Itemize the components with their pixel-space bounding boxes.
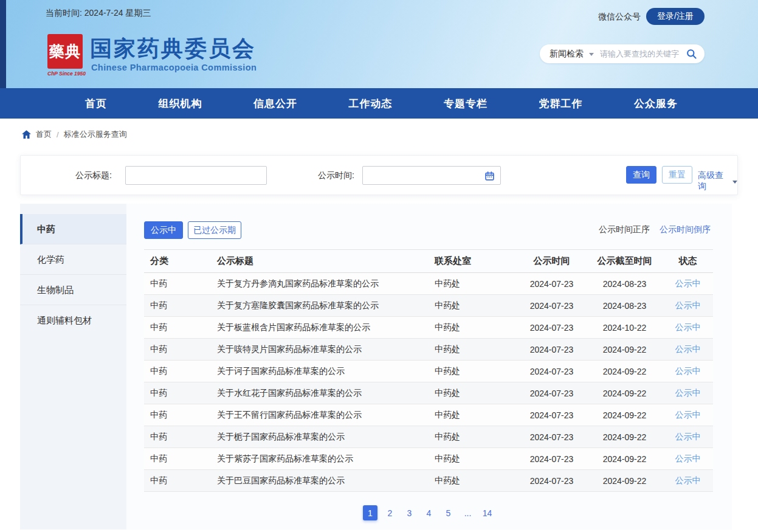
publicity-table: 分类 公示标题 联系处室 公示时间 公示截至时间 状态 中药 关于复方丹参滴丸国… bbox=[144, 249, 713, 492]
cell-category: 中药 bbox=[144, 273, 217, 295]
table-row: 中药 关于复方丹参滴丸国家药品标准草案的公示 中药处 2024-07-23 20… bbox=[144, 273, 713, 295]
sidebar-item[interactable]: 化学药 bbox=[20, 244, 126, 275]
cell-status-link[interactable]: 公示中 bbox=[663, 295, 713, 317]
category-sidebar: 中药 化学药 生物制品 通则辅料包材 bbox=[20, 204, 126, 530]
cell-start-time: 2024-07-23 bbox=[517, 404, 587, 426]
cell-end-time: 2024-08-23 bbox=[587, 295, 663, 317]
pagination-page[interactable]: 14 bbox=[480, 505, 494, 520]
cell-status-link[interactable]: 公示中 bbox=[663, 382, 713, 404]
col-category: 分类 bbox=[144, 250, 217, 273]
logo[interactable]: 藥典 ChP Since 1950 bbox=[47, 34, 83, 77]
cell-title-link[interactable]: 关于栀子国家药品标准草案的公示 bbox=[217, 426, 435, 448]
sort-time-descending[interactable]: 公示时间倒序 bbox=[660, 224, 711, 235]
cell-dept: 中药处 bbox=[435, 273, 517, 295]
col-status: 状态 bbox=[663, 250, 713, 273]
cell-end-time: 2024-09-22 bbox=[587, 339, 663, 361]
pagination-page[interactable]: 4 bbox=[422, 505, 436, 520]
results-panel: 公示中 已过公示期 公示时间正序 公示时间倒序 分类 公示标题 联系处室 公示时… bbox=[126, 204, 732, 530]
sidebar-item[interactable]: 通则辅料包材 bbox=[20, 305, 126, 336]
nav-item[interactable]: 党群工作 bbox=[539, 97, 583, 111]
filter-title-label: 公示标题: bbox=[75, 170, 112, 181]
main-nav: 首页 组织机构 信息公开 工作动态 专题专栏 党群工作 公众服务 bbox=[0, 88, 758, 119]
cell-title-link[interactable]: 关于王不留行国家药品标准草案的公示 bbox=[217, 404, 435, 426]
seal-logo-icon: 藥典 bbox=[47, 34, 83, 69]
nav-item[interactable]: 公众服务 bbox=[634, 97, 678, 111]
filter-title-input[interactable] bbox=[125, 166, 267, 185]
calendar-icon[interactable] bbox=[484, 171, 495, 181]
table-row: 中药 关于王不留行国家药品标准草案的公示 中药处 2024-07-23 2024… bbox=[144, 404, 713, 426]
sort-time-ascending[interactable]: 公示时间正序 bbox=[599, 224, 650, 235]
cell-status-link[interactable]: 公示中 bbox=[663, 470, 713, 492]
site-subtitle-en: Chinese Pharmacopoeia Commission bbox=[91, 63, 257, 72]
filter-time-input[interactable] bbox=[362, 166, 501, 185]
search-input[interactable] bbox=[600, 49, 683, 58]
cell-title-link[interactable]: 关于板蓝根含片国家药品标准草案的公示 bbox=[217, 317, 435, 339]
cell-status-link[interactable]: 公示中 bbox=[663, 339, 713, 361]
table-row: 中药 关于复方塞隆胶囊国家药品标准草案的公示 中药处 2024-07-23 20… bbox=[144, 295, 713, 317]
cell-category: 中药 bbox=[144, 470, 217, 492]
pagination-current-page[interactable]: 1 bbox=[363, 505, 377, 520]
pagination-page[interactable]: 5 bbox=[441, 505, 455, 520]
cell-title-link[interactable]: 关于紫苏子国家药品标准草案的公示 bbox=[217, 448, 435, 470]
query-button[interactable]: 查询 bbox=[626, 166, 656, 184]
cell-title-link[interactable]: 关于复方丹参滴丸国家药品标准草案的公示 bbox=[217, 273, 435, 295]
cell-start-time: 2024-07-23 bbox=[517, 382, 587, 404]
cell-dept: 中药处 bbox=[435, 448, 517, 470]
cell-dept: 中药处 bbox=[435, 361, 517, 382]
breadcrumb-separator: / bbox=[57, 130, 59, 139]
home-icon[interactable] bbox=[22, 130, 31, 139]
cell-category: 中药 bbox=[144, 361, 217, 382]
wechat-link[interactable]: 微信公众号 bbox=[598, 12, 641, 22]
cell-status-link[interactable]: 公示中 bbox=[663, 361, 713, 382]
nav-item[interactable]: 组织机构 bbox=[159, 97, 202, 111]
cell-title-link[interactable]: 关于诃子国家药品标准草案的公示 bbox=[217, 361, 435, 382]
cell-status-link[interactable]: 公示中 bbox=[663, 448, 713, 470]
chevron-down-icon[interactable] bbox=[589, 53, 594, 56]
cell-category: 中药 bbox=[144, 317, 217, 339]
nav-item[interactable]: 首页 bbox=[85, 97, 107, 111]
sidebar-item[interactable]: 生物制品 bbox=[20, 275, 126, 305]
advanced-search-link[interactable]: 高级查询 bbox=[698, 170, 737, 192]
tab-expired-publicity[interactable]: 已过公示期 bbox=[188, 221, 241, 239]
cell-title-link[interactable]: 关于巴豆国家药品标准草案的公示 bbox=[217, 470, 435, 492]
cell-category: 中药 bbox=[144, 382, 217, 404]
nav-item[interactable]: 信息公开 bbox=[253, 97, 297, 111]
header-search-bar: 新闻检索 bbox=[540, 44, 705, 63]
pagination-page[interactable]: 2 bbox=[383, 505, 397, 520]
page: 当前时间: 2024-7-24 星期三 微信公众号 登录/注册 藥典 ChP S… bbox=[0, 0, 758, 532]
nav-item[interactable]: 专题专栏 bbox=[444, 97, 488, 111]
cell-dept: 中药处 bbox=[435, 317, 517, 339]
cell-category: 中药 bbox=[144, 448, 217, 470]
cell-start-time: 2024-07-23 bbox=[517, 426, 587, 448]
breadcrumb: 首页 / 标准公示服务查询 bbox=[22, 129, 127, 140]
table-row: 中药 关于水红花子国家药品标准草案的公示 中药处 2024-07-23 2024… bbox=[144, 382, 713, 404]
search-icon[interactable] bbox=[686, 48, 697, 60]
cell-status-link[interactable]: 公示中 bbox=[663, 404, 713, 426]
col-title: 公示标题 bbox=[217, 250, 435, 273]
cell-title-link[interactable]: 关于复方塞隆胶囊国家药品标准草案的公示 bbox=[217, 295, 435, 317]
col-end-time: 公示截至时间 bbox=[587, 250, 663, 273]
reset-button[interactable]: 重置 bbox=[662, 166, 692, 184]
search-category-select[interactable]: 新闻检索 bbox=[550, 49, 584, 60]
seal-caption: ChP Since 1950 bbox=[47, 71, 83, 77]
nav-item[interactable]: 工作动态 bbox=[349, 97, 393, 111]
current-time: 当前时间: 2024-7-24 星期三 bbox=[46, 8, 151, 19]
cell-title-link[interactable]: 关于水红花子国家药品标准草案的公示 bbox=[217, 382, 435, 404]
cell-status-link[interactable]: 公示中 bbox=[663, 317, 713, 339]
login-register-button[interactable]: 登录/注册 bbox=[646, 8, 705, 25]
cell-start-time: 2024-07-23 bbox=[517, 317, 587, 339]
pagination-page[interactable]: 3 bbox=[402, 505, 416, 520]
table-row: 中药 关于诃子国家药品标准草案的公示 中药处 2024-07-23 2024-0… bbox=[144, 361, 713, 382]
header-left-edge-strip bbox=[0, 0, 6, 88]
tab-in-publicity[interactable]: 公示中 bbox=[144, 221, 183, 239]
breadcrumb-home[interactable]: 首页 bbox=[36, 129, 52, 140]
table-row: 中药 关于咳特灵片国家药品标准草案的公示 中药处 2024-07-23 2024… bbox=[144, 339, 713, 361]
cell-status-link[interactable]: 公示中 bbox=[663, 426, 713, 448]
current-time-value: 2024-7-24 星期三 bbox=[84, 8, 151, 18]
site-title: 国家药典委员会 bbox=[90, 34, 256, 64]
cell-end-time: 2024-09-22 bbox=[587, 448, 663, 470]
sidebar-item[interactable]: 中药 bbox=[20, 214, 126, 244]
cell-status-link[interactable]: 公示中 bbox=[663, 273, 713, 295]
pagination-page[interactable]: ... bbox=[461, 505, 475, 520]
cell-title-link[interactable]: 关于咳特灵片国家药品标准草案的公示 bbox=[217, 339, 435, 361]
